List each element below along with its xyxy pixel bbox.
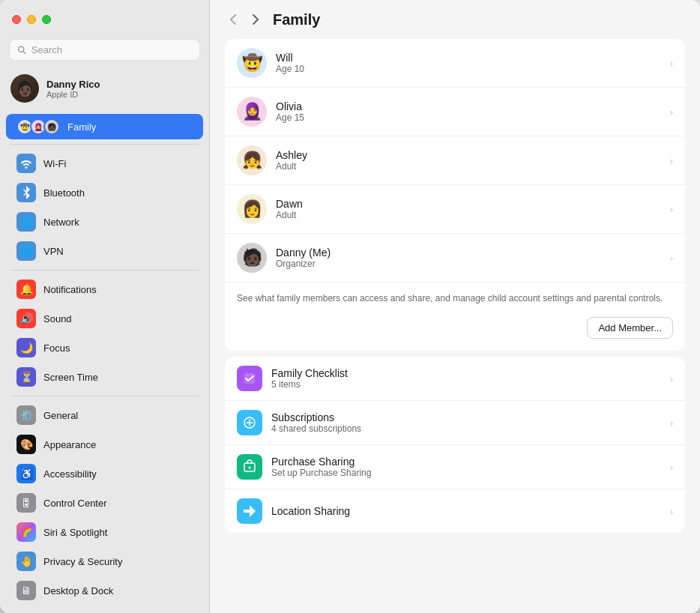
sidebar-item-label: Network (43, 217, 79, 228)
sidebar-item-label: Sound (43, 313, 72, 324)
back-button[interactable] (225, 11, 241, 28)
add-member-row: Add Member... (225, 311, 685, 351)
svg-point-0 (19, 46, 24, 52)
apple-id-subtitle: Apple ID (46, 90, 100, 99)
member-info: Will Age 10 (276, 52, 661, 74)
sidebar-item-desktop-dock[interactable]: 🖥 Desktop & Dock (6, 576, 203, 605)
focus-icon: 🌙 (16, 338, 36, 357)
close-button[interactable] (12, 15, 21, 24)
chevron-right-icon: › (670, 155, 673, 166)
member-name: Danny (Me) (276, 247, 661, 259)
member-avatar: 🧕 (237, 97, 267, 127)
siri-icon: 🌈 (16, 522, 36, 542)
sidebar-item-appearance[interactable]: 🎨 Appearance (6, 430, 203, 459)
sidebar-item-label: General (43, 410, 78, 421)
sidebar-item-accessibility[interactable]: ♿ Accessibility (6, 459, 203, 488)
bluetooth-icon (16, 183, 36, 202)
sidebar-item-notifications[interactable]: 🔔 Notifications (6, 275, 203, 304)
divider (10, 396, 199, 396)
sidebar-item-label: Bluetooth (43, 187, 85, 199)
feature-info: Purchase Sharing Set up Purchase Sharing (271, 456, 661, 478)
feature-info: Subscriptions 4 shared subscriptions (271, 411, 661, 434)
member-row-danny[interactable]: 🧑🏿 Danny (Me) Organizer › (225, 234, 685, 283)
system-settings-window: 🧑🏿 Danny Rico Apple ID 🤠 🧕 🧑🏿 Family (0, 0, 700, 613)
chevron-right-icon: › (670, 417, 673, 429)
feature-sub: Set up Purchase Sharing (271, 468, 661, 478)
sidebar-item-bluetooth[interactable]: Bluetooth (6, 178, 203, 207)
search-bar[interactable] (9, 39, 200, 61)
content-body: 🤠 Will Age 10 › 🧕 Olivia Age 15 › (210, 39, 700, 613)
sidebar-item-family[interactable]: 🤠 🧕 🧑🏿 Family (6, 114, 203, 139)
features-card: Family Checklist 5 items › (225, 357, 685, 533)
member-sub: Organizer (276, 259, 661, 269)
sidebar-item-network[interactable]: 🌐 Network (6, 208, 203, 236)
sidebar-item-focus[interactable]: 🌙 Focus (6, 333, 203, 362)
feature-row-purchase-sharing[interactable]: Purchase Sharing Set up Purchase Sharing… (225, 445, 685, 489)
feature-info: Location Sharing (271, 505, 661, 517)
feature-info: Family Checklist 5 items (271, 367, 661, 390)
family-avatars-icon: 🤠 🧕 🧑🏿 (16, 118, 60, 135)
info-text: See what family members can access and s… (225, 283, 685, 311)
member-row-ashley[interactable]: 👧 Ashley Adult › (225, 136, 685, 185)
feature-row-location-sharing[interactable]: Location Sharing › (225, 489, 685, 533)
sound-icon: 🔊 (16, 309, 36, 328)
forward-button[interactable] (247, 11, 264, 28)
members-card: 🤠 Will Age 10 › 🧕 Olivia Age 15 › (225, 39, 685, 351)
member-sub: Age 10 (276, 64, 661, 74)
member-row-dawn[interactable]: 👩 Dawn Adult › (225, 185, 685, 234)
feature-name: Purchase Sharing (271, 456, 661, 468)
feature-name: Location Sharing (271, 505, 661, 517)
wifi-icon (16, 154, 36, 173)
sidebar-item-general[interactable]: ⚙️ General (6, 401, 203, 429)
feature-name: Family Checklist (271, 367, 661, 379)
member-row-will[interactable]: 🤠 Will Age 10 › (225, 39, 685, 88)
sidebar-item-label: Siri & Spotlight (43, 527, 107, 538)
subscriptions-icon (237, 410, 262, 435)
titlebar (0, 0, 209, 39)
minimize-button[interactable] (27, 15, 36, 24)
maximize-button[interactable] (42, 15, 51, 24)
location-sharing-icon (237, 498, 262, 524)
sidebar-item-label: Wi-Fi (43, 158, 66, 169)
sidebar-item-siri-spotlight[interactable]: 🌈 Siri & Spotlight (6, 518, 203, 546)
sidebar-item-label: Appearance (43, 439, 96, 450)
sidebar-item-label: Accessibility (43, 468, 97, 480)
sidebar-item-control-center[interactable]: 🎛 Control Center (6, 489, 203, 517)
desktop-dock-icon: 🖥 (16, 581, 36, 600)
add-member-button[interactable]: Add Member... (587, 317, 673, 339)
search-input[interactable] (31, 44, 192, 55)
sidebar-item-vpn[interactable]: 🌐 VPN (6, 237, 203, 265)
chevron-right-icon: › (670, 106, 673, 118)
member-avatar: 👩 (237, 194, 267, 224)
divider (10, 144, 199, 145)
sidebar-item-wifi[interactable]: Wi-Fi (6, 149, 203, 178)
screen-time-icon: ⏳ (16, 367, 36, 387)
member-info: Danny (Me) Organizer (276, 247, 661, 269)
member-avatar: 🤠 (237, 48, 267, 78)
member-avatar: 👧 (237, 145, 267, 175)
member-row-olivia[interactable]: 🧕 Olivia Age 15 › (225, 88, 685, 136)
privacy-icon: 🤚 (16, 552, 36, 571)
feature-sub: 5 items (271, 379, 661, 390)
member-name: Ashley (276, 149, 661, 161)
feature-row-family-checklist[interactable]: Family Checklist 5 items › (225, 357, 685, 401)
avatar: 🧑🏿 (10, 74, 39, 103)
member-name: Olivia (276, 100, 661, 112)
apple-id-text: Danny Rico Apple ID (46, 79, 100, 99)
sidebar-item-screen-time[interactable]: ⏳ Screen Time (6, 363, 203, 391)
feature-name: Subscriptions (271, 411, 661, 423)
divider (10, 270, 199, 271)
chevron-right-icon: › (670, 58, 673, 69)
sidebar-item-label: VPN (43, 246, 64, 257)
sidebar-item-privacy-security[interactable]: 🤚 Privacy & Security (6, 547, 203, 576)
feature-row-subscriptions[interactable]: Subscriptions 4 shared subscriptions › (225, 401, 685, 445)
svg-line-1 (23, 51, 25, 53)
apple-id-section[interactable]: 🧑🏿 Danny Rico Apple ID (0, 67, 209, 110)
apple-id-name: Danny Rico (46, 79, 100, 90)
vpn-icon: 🌐 (16, 241, 36, 261)
network-icon: 🌐 (16, 212, 36, 232)
general-icon: ⚙️ (16, 405, 36, 425)
control-center-icon: 🎛 (16, 493, 36, 513)
appearance-icon: 🎨 (16, 435, 36, 454)
sidebar-item-sound[interactable]: 🔊 Sound (6, 304, 203, 333)
